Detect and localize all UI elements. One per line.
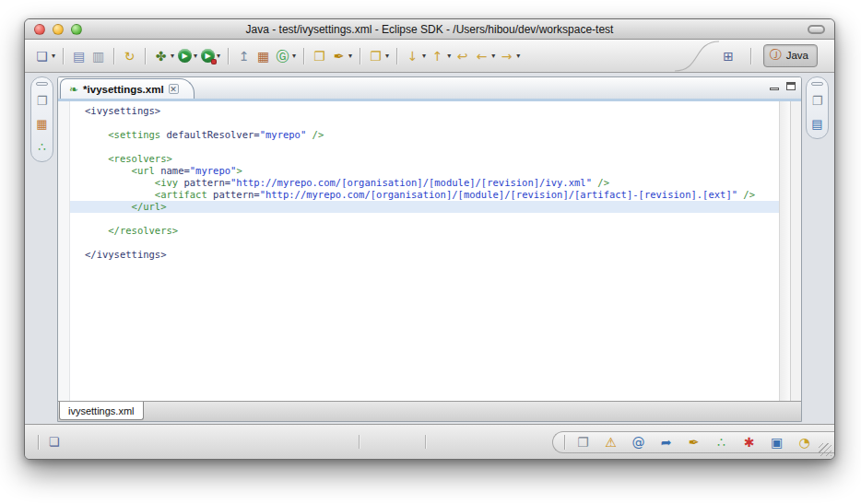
vertical-scrollbar[interactable] xyxy=(779,101,790,401)
debug-button[interactable]: ✤▾ xyxy=(151,46,176,65)
dropdown-arrow-icon[interactable]: ▾ xyxy=(491,52,495,60)
dropdown-arrow-icon[interactable]: ▾ xyxy=(171,52,174,60)
previous-annotation-button[interactable]: ↑▾ xyxy=(428,46,453,65)
workbench-area: ❐▦∴ ❧ *ivysettings.xml ✕ <ivysettings> <… xyxy=(25,74,834,424)
search-button[interactable]: ✒▾ xyxy=(329,46,354,65)
open-resource-button[interactable]: ❐▾ xyxy=(366,46,391,65)
trim-handle[interactable] xyxy=(811,82,823,86)
debug-icon: ✤ xyxy=(153,48,169,64)
minimize-editor-button[interactable] xyxy=(770,88,779,90)
open-resource-icon: ❐ xyxy=(368,48,383,64)
code-line[interactable]: <ivy pattern="http://myrepo.com/[organis… xyxy=(70,177,779,189)
code-line[interactable] xyxy=(70,237,779,249)
dropdown-arrow-icon[interactable]: ▾ xyxy=(447,52,451,60)
code-line[interactable]: <settings defaultResolver="myrepo" /> xyxy=(70,129,779,141)
code-line[interactable] xyxy=(70,213,779,225)
code-line[interactable]: </resolvers> xyxy=(70,225,779,237)
code-line[interactable]: </ivysettings> xyxy=(70,249,779,261)
code-token-tag: <artifact xyxy=(155,189,213,200)
code-token-val: "myrepo" xyxy=(260,129,307,140)
javadoc-view-button[interactable]: @ xyxy=(629,432,648,451)
outline-view-button[interactable]: ▤ xyxy=(809,116,825,132)
restore-pane-icon: ❐ xyxy=(809,93,825,109)
title-bar[interactable]: Java - test/ivysettings.xml - Eclipse SD… xyxy=(25,19,834,40)
overview-ruler[interactable] xyxy=(790,101,801,401)
outline-view-button[interactable]: ∴ xyxy=(34,139,50,155)
editor-tab-label: *ivysettings.xml xyxy=(83,84,164,95)
status-separator xyxy=(425,435,426,449)
hierarchy-view-button[interactable]: ∴ xyxy=(712,432,731,451)
restore-pane-button[interactable]: ❐ xyxy=(809,93,825,109)
xml-editor-content[interactable]: <ivysettings> <settings defaultResolver=… xyxy=(58,101,801,401)
dropdown-arrow-icon[interactable]: ▾ xyxy=(292,52,296,60)
code-token-tag: <settings xyxy=(108,129,166,140)
toolbar-toggle-button[interactable] xyxy=(808,25,825,34)
maximize-editor-button[interactable] xyxy=(786,82,796,90)
code-token-val: "myrepo" xyxy=(190,165,237,176)
back-button[interactable]: ←▾ xyxy=(472,46,497,65)
source-page-tab[interactable]: ivysettings.xml xyxy=(59,402,144,420)
toolbar-separator xyxy=(396,48,397,64)
history-view-button[interactable]: ◔ xyxy=(795,432,814,451)
new-wizard-button[interactable]: ❏▾ xyxy=(32,46,57,65)
green-action-button[interactable]: Ⓖ▾ xyxy=(273,46,298,65)
refresh-button[interactable]: ↻ xyxy=(120,46,139,65)
main-toolbar: ❏▾▤▥↻✤▾▶▾▶▾↥▦Ⓖ▾❐✒▾❐▾↓▾↑▾↩←▾→▾ ⊞ Ⓙ Java xyxy=(25,40,834,73)
javadoc-view-icon: @ xyxy=(631,434,646,450)
restore-pane-button[interactable]: ❐ xyxy=(573,432,593,451)
trim-handle[interactable] xyxy=(36,82,48,86)
minimize-window-button[interactable] xyxy=(53,24,64,35)
dropdown-arrow-icon[interactable]: ▾ xyxy=(348,52,352,60)
close-tab-icon[interactable]: ✕ xyxy=(169,84,179,94)
code-line[interactable]: <artifact pattern="http://myrepo.com/[or… xyxy=(70,189,779,201)
tasks-view-button[interactable]: ✱ xyxy=(739,432,759,451)
dropdown-arrow-icon[interactable]: ▾ xyxy=(385,52,389,60)
last-edit-location-button[interactable]: ↩ xyxy=(453,46,472,65)
run-button[interactable]: ▶▾ xyxy=(176,47,199,64)
close-window-button[interactable] xyxy=(34,24,45,35)
grid-view-button[interactable]: ▦ xyxy=(34,116,50,132)
code-line[interactable] xyxy=(70,141,779,153)
problems-view-button[interactable]: ⚠ xyxy=(601,432,620,451)
dropdown-arrow-icon[interactable]: ▾ xyxy=(516,52,520,60)
restore-pane-button[interactable]: ❐ xyxy=(34,93,50,109)
zoom-window-button[interactable] xyxy=(71,24,82,35)
fast-view-button[interactable]: ❏ xyxy=(46,434,62,450)
dropdown-arrow-icon[interactable]: ▾ xyxy=(217,52,220,60)
code-line[interactable] xyxy=(70,117,779,129)
java-perspective-label: Java xyxy=(786,50,808,61)
toolbar-separator xyxy=(360,48,360,64)
code-token-plain xyxy=(85,201,132,212)
save-button[interactable]: ▤ xyxy=(69,46,88,65)
forward-button[interactable]: →▾ xyxy=(497,46,522,65)
dropdown-arrow-icon[interactable]: ▾ xyxy=(194,52,197,60)
code-line[interactable]: </url> xyxy=(70,201,779,213)
annotation-ruler[interactable] xyxy=(58,101,70,401)
window-resize-grip[interactable] xyxy=(819,443,832,456)
dropdown-arrow-icon[interactable]: ▾ xyxy=(422,52,426,60)
java-perspective-button[interactable]: Ⓙ Java xyxy=(763,44,818,67)
xml-source-text[interactable]: <ivysettings> <settings defaultResolver=… xyxy=(70,101,779,401)
code-line[interactable]: <url name="myrepo"> xyxy=(70,165,779,177)
declaration-view-button[interactable]: ➦ xyxy=(656,432,676,451)
left-trim: ❐▦∴ xyxy=(29,76,54,422)
open-artifact-button[interactable]: ❐ xyxy=(310,46,329,65)
code-line[interactable]: <ivysettings> xyxy=(70,105,779,117)
code-token-plain xyxy=(85,177,155,188)
next-annotation-icon: ↓ xyxy=(405,48,420,64)
import-button[interactable]: ↥ xyxy=(234,46,254,65)
import-icon: ↥ xyxy=(236,48,252,64)
open-perspective-button[interactable]: ⊞ xyxy=(719,46,738,65)
search-view-button[interactable]: ✒ xyxy=(684,432,703,451)
external-tools-button[interactable]: ▶▾ xyxy=(199,47,222,64)
left-view-stack: ❐▦∴ xyxy=(30,76,53,162)
code-line[interactable]: <resolvers> xyxy=(70,153,779,165)
next-annotation-button[interactable]: ↓▾ xyxy=(403,46,428,65)
console-view-button[interactable]: ▣ xyxy=(767,432,786,451)
plugin-button[interactable]: ▦ xyxy=(254,46,273,65)
print-button[interactable]: ▥ xyxy=(88,46,108,65)
editor-tab-ivysettings[interactable]: ❧ *ivysettings.xml ✕ xyxy=(60,78,195,99)
code-token-attr: name= xyxy=(160,165,190,176)
dropdown-arrow-icon[interactable]: ▾ xyxy=(52,52,55,60)
code-token-plain xyxy=(85,129,108,140)
